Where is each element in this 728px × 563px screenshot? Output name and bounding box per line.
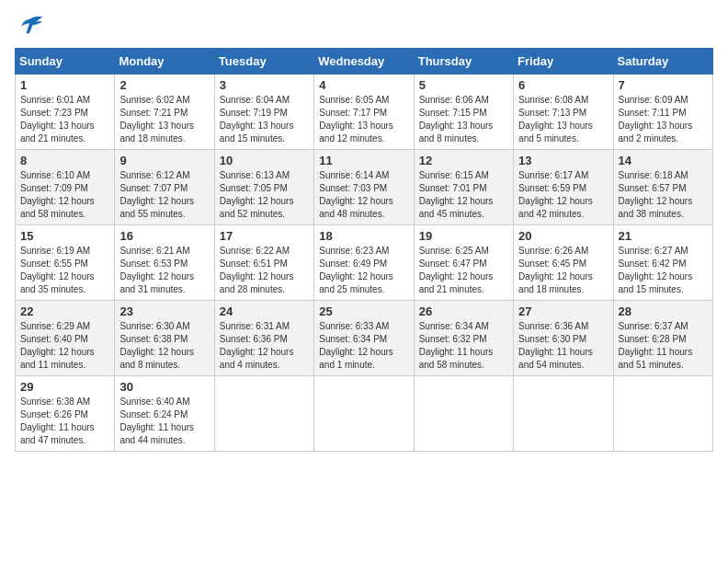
day-info: Sunrise: 6:01 AMSunset: 7:23 PMDaylight:…: [20, 95, 95, 144]
day-number: 9: [119, 154, 209, 167]
calendar-header: SundayMondayTuesdayWednesdayThursdayFrid…: [16, 49, 713, 75]
day-number: 28: [619, 304, 708, 318]
day-info: Sunrise: 6:09 AMSunset: 7:11 PMDaylight:…: [619, 95, 693, 144]
day-info: Sunrise: 6:38 AMSunset: 6:26 PMDaylight:…: [20, 396, 95, 445]
day-header-thursday: Thursday: [414, 49, 513, 75]
day-header-saturday: Saturday: [613, 49, 712, 75]
calendar-cell: 27 Sunrise: 6:36 AMSunset: 6:30 PMDaylig…: [514, 301, 613, 376]
day-number: 8: [20, 154, 109, 167]
calendar-cell: 19 Sunrise: 6:25 AMSunset: 6:47 PMDaylig…: [414, 225, 513, 301]
day-info: Sunrise: 6:05 AMSunset: 7:17 PMDaylight:…: [319, 95, 393, 144]
day-number: 7: [619, 78, 708, 92]
day-number: 11: [319, 154, 408, 167]
calendar-cell: 13 Sunrise: 6:17 AMSunset: 6:59 PMDaylig…: [514, 150, 613, 225]
day-info: Sunrise: 6:18 AMSunset: 6:57 PMDaylight:…: [619, 170, 693, 219]
calendar-cell: 14 Sunrise: 6:18 AMSunset: 6:57 PMDaylig…: [613, 150, 712, 225]
calendar-cell: 10 Sunrise: 6:13 AMSunset: 7:05 PMDaylig…: [214, 150, 313, 225]
calendar-cell: [613, 376, 712, 452]
day-number: 29: [20, 380, 109, 394]
day-info: Sunrise: 6:22 AMSunset: 6:51 PMDaylight:…: [220, 246, 294, 294]
day-number: 20: [518, 229, 608, 243]
page-header: [15, 15, 713, 40]
day-number: 30: [119, 380, 209, 394]
day-info: Sunrise: 6:15 AMSunset: 7:01 PMDaylight:…: [419, 170, 494, 219]
day-number: 17: [220, 229, 309, 243]
day-number: 14: [619, 154, 708, 167]
day-info: Sunrise: 6:36 AMSunset: 6:30 PMDaylight:…: [518, 321, 593, 370]
calendar-cell: 4 Sunrise: 6:05 AMSunset: 7:17 PMDayligh…: [314, 75, 414, 150]
calendar-cell: [214, 376, 313, 452]
calendar-cell: [314, 376, 414, 452]
day-header-friday: Friday: [514, 49, 613, 75]
day-info: Sunrise: 6:23 AMSunset: 6:49 PMDaylight:…: [319, 246, 393, 294]
day-info: Sunrise: 6:26 AMSunset: 6:45 PMDaylight:…: [518, 246, 593, 294]
day-number: 21: [619, 229, 708, 243]
day-info: Sunrise: 6:17 AMSunset: 6:59 PMDaylight:…: [518, 170, 593, 219]
day-number: 15: [20, 229, 109, 243]
day-info: Sunrise: 6:19 AMSunset: 6:55 PMDaylight:…: [20, 246, 95, 294]
calendar-table: SundayMondayTuesdayWednesdayThursdayFrid…: [15, 48, 713, 452]
calendar-cell: 25 Sunrise: 6:33 AMSunset: 6:34 PMDaylig…: [314, 301, 414, 376]
calendar-cell: 5 Sunrise: 6:06 AMSunset: 7:15 PMDayligh…: [414, 75, 513, 150]
day-number: 18: [319, 229, 408, 243]
calendar-cell: 11 Sunrise: 6:14 AMSunset: 7:03 PMDaylig…: [314, 150, 414, 225]
day-number: 27: [518, 304, 608, 318]
day-header-tuesday: Tuesday: [214, 49, 313, 75]
calendar-cell: 23 Sunrise: 6:30 AMSunset: 6:38 PMDaylig…: [115, 301, 214, 376]
calendar-cell: 3 Sunrise: 6:04 AMSunset: 7:19 PMDayligh…: [214, 75, 313, 150]
calendar-cell: 17 Sunrise: 6:22 AMSunset: 6:51 PMDaylig…: [214, 225, 313, 301]
calendar-cell: 20 Sunrise: 6:26 AMSunset: 6:45 PMDaylig…: [514, 225, 613, 301]
calendar-cell: 8 Sunrise: 6:10 AMSunset: 7:09 PMDayligh…: [16, 150, 115, 225]
calendar-cell: 28 Sunrise: 6:37 AMSunset: 6:28 PMDaylig…: [613, 301, 712, 376]
day-number: 19: [419, 229, 508, 243]
day-number: 10: [220, 154, 309, 167]
calendar-cell: 29 Sunrise: 6:38 AMSunset: 6:26 PMDaylig…: [16, 376, 115, 452]
calendar-cell: 7 Sunrise: 6:09 AMSunset: 7:11 PMDayligh…: [613, 75, 712, 150]
day-number: 2: [119, 78, 209, 92]
day-info: Sunrise: 6:25 AMSunset: 6:47 PMDaylight:…: [419, 246, 494, 294]
calendar-week-1: 1 Sunrise: 6:01 AMSunset: 7:23 PMDayligh…: [16, 75, 713, 150]
day-info: Sunrise: 6:14 AMSunset: 7:03 PMDaylight:…: [319, 170, 393, 219]
day-header-monday: Monday: [115, 49, 214, 75]
day-number: 16: [119, 229, 209, 243]
day-number: 5: [419, 78, 508, 92]
day-number: 12: [419, 154, 508, 167]
calendar-cell: 1 Sunrise: 6:01 AMSunset: 7:23 PMDayligh…: [16, 75, 115, 150]
calendar-cell: [514, 376, 613, 452]
calendar-cell: 22 Sunrise: 6:29 AMSunset: 6:40 PMDaylig…: [16, 301, 115, 376]
day-number: 26: [419, 304, 508, 318]
day-info: Sunrise: 6:40 AMSunset: 6:24 PMDaylight:…: [119, 396, 194, 445]
calendar-cell: 9 Sunrise: 6:12 AMSunset: 7:07 PMDayligh…: [115, 150, 214, 225]
calendar-cell: 26 Sunrise: 6:34 AMSunset: 6:32 PMDaylig…: [414, 301, 513, 376]
calendar-week-3: 15 Sunrise: 6:19 AMSunset: 6:55 PMDaylig…: [16, 225, 713, 301]
day-info: Sunrise: 6:13 AMSunset: 7:05 PMDaylight:…: [220, 170, 294, 219]
calendar-cell: 18 Sunrise: 6:23 AMSunset: 6:49 PMDaylig…: [314, 225, 414, 301]
day-info: Sunrise: 6:31 AMSunset: 6:36 PMDaylight:…: [220, 321, 294, 370]
day-info: Sunrise: 6:08 AMSunset: 7:13 PMDaylight:…: [518, 95, 593, 144]
calendar-week-5: 29 Sunrise: 6:38 AMSunset: 6:26 PMDaylig…: [16, 376, 713, 452]
day-info: Sunrise: 6:37 AMSunset: 6:28 PMDaylight:…: [619, 321, 693, 370]
logo: [15, 15, 48, 40]
day-info: Sunrise: 6:30 AMSunset: 6:38 PMDaylight:…: [119, 321, 194, 370]
day-info: Sunrise: 6:12 AMSunset: 7:07 PMDaylight:…: [119, 170, 194, 219]
day-number: 1: [20, 78, 109, 92]
day-number: 24: [220, 304, 309, 318]
day-info: Sunrise: 6:10 AMSunset: 7:09 PMDaylight:…: [20, 170, 95, 219]
calendar-cell: 16 Sunrise: 6:21 AMSunset: 6:53 PMDaylig…: [115, 225, 214, 301]
day-number: 23: [119, 304, 209, 318]
day-info: Sunrise: 6:34 AMSunset: 6:32 PMDaylight:…: [419, 321, 494, 370]
calendar-cell: 6 Sunrise: 6:08 AMSunset: 7:13 PMDayligh…: [514, 75, 613, 150]
day-info: Sunrise: 6:02 AMSunset: 7:21 PMDaylight:…: [119, 95, 194, 144]
day-header-sunday: Sunday: [16, 49, 115, 75]
calendar-cell: 24 Sunrise: 6:31 AMSunset: 6:36 PMDaylig…: [214, 301, 313, 376]
day-number: 6: [518, 78, 608, 92]
day-info: Sunrise: 6:21 AMSunset: 6:53 PMDaylight:…: [119, 246, 194, 294]
day-info: Sunrise: 6:27 AMSunset: 6:42 PMDaylight:…: [619, 246, 693, 294]
day-info: Sunrise: 6:33 AMSunset: 6:34 PMDaylight:…: [319, 321, 393, 370]
day-number: 22: [20, 304, 109, 318]
day-number: 25: [319, 304, 408, 318]
day-number: 13: [518, 154, 608, 167]
day-info: Sunrise: 6:06 AMSunset: 7:15 PMDaylight:…: [419, 95, 494, 144]
logo-icon: [15, 15, 44, 40]
day-header-wednesday: Wednesday: [314, 49, 414, 75]
